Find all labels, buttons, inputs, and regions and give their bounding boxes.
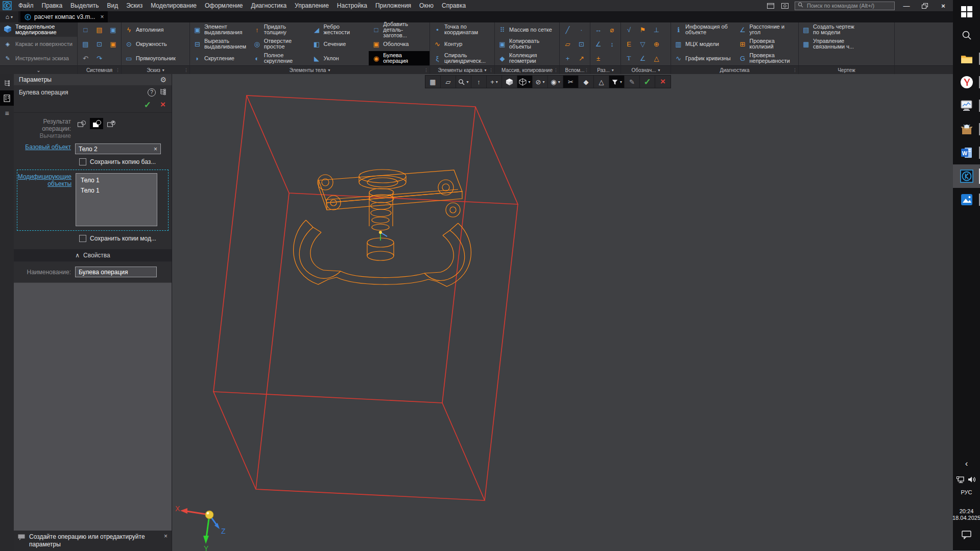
group-handle-icon[interactable]: ⋮: [793, 67, 797, 73]
contour-button[interactable]: ∿Контур: [430, 37, 494, 51]
system-monitor-button[interactable]: [953, 94, 980, 117]
base-object-link[interactable]: Базовый объект: [25, 143, 71, 151]
save-button[interactable]: ▣: [107, 23, 119, 36]
simple-hole-button[interactable]: ◎Отверстие простое: [250, 37, 309, 51]
shell-button[interactable]: ▣Оболочка: [369, 37, 429, 51]
redo-button[interactable]: ↷: [93, 52, 106, 64]
mass-properties-button[interactable]: ▥МЦХ модели: [671, 37, 735, 51]
leader-button[interactable]: ⚑: [637, 23, 649, 36]
minimize-button[interactable]: —: [900, 1, 913, 11]
mode-sketch-tools[interactable]: ✎ Инструменты эскиза: [0, 51, 77, 65]
orientation-button[interactable]: ↑: [471, 76, 487, 88]
accept-button[interactable]: ✓: [640, 76, 655, 88]
menu-diagnostics[interactable]: Диагностика: [247, 2, 291, 9]
properties-section-header[interactable]: ∧ Свойства: [14, 249, 172, 261]
appearance-button[interactable]: ◆: [579, 76, 594, 88]
confirm-operation-icon[interactable]: ✓: [144, 100, 151, 110]
autoline-button[interactable]: ϟАвтолиния: [122, 22, 189, 37]
angular-dimension-button[interactable]: ∠: [592, 38, 605, 50]
collision-check-button[interactable]: ⊞Проверка коллизий: [735, 37, 799, 51]
continuity-check-button[interactable]: GПроверка непрерывности: [735, 51, 799, 65]
abort-button[interactable]: ×: [655, 76, 671, 88]
zoom-button[interactable]: ▾: [456, 76, 471, 88]
chevron-down-icon[interactable]: ▾: [162, 68, 164, 73]
save-as-button[interactable]: ▣: [107, 38, 119, 50]
clear-field-icon[interactable]: ×: [154, 146, 157, 153]
open-document-button[interactable]: ▤: [93, 23, 106, 36]
document-tab[interactable]: расчет компас v3.m... ×: [20, 11, 108, 22]
hidden-lines-button[interactable]: ⊘▾: [533, 76, 548, 88]
aux-plane-button[interactable]: ▱: [562, 38, 574, 50]
measure-button[interactable]: △: [594, 76, 609, 88]
cut-extrude-button[interactable]: ⊟Вырезать выдавливанием: [190, 37, 250, 51]
collapse-ribbon-icon[interactable]: ⌄: [36, 67, 40, 73]
chevron-down-icon[interactable]: ▾: [328, 68, 330, 73]
new-document-button[interactable]: □: [80, 23, 92, 36]
print-button[interactable]: ▤: [80, 38, 92, 50]
system-menu-button[interactable]: ⌂ ▾: [0, 11, 18, 22]
boxed-app-button[interactable]: [953, 117, 980, 141]
chevron-down-icon[interactable]: ▾: [612, 68, 614, 73]
notification-center-button[interactable]: [962, 531, 971, 541]
boolean-intersect-icon[interactable]: [105, 118, 118, 129]
create-drawing-button[interactable]: ▤Создать чертеж по модели: [799, 22, 894, 37]
panel-menu-icon[interactable]: ≡: [0, 106, 14, 121]
wireframe-view-button[interactable]: ▾: [517, 76, 533, 88]
menu-modeling[interactable]: Моделирование: [147, 2, 201, 9]
fillet-button[interactable]: ◗Скругление: [190, 51, 250, 65]
add-part-stock-button[interactable]: □Добавить деталь-заготов...: [369, 22, 429, 37]
menu-help[interactable]: Справка: [438, 2, 470, 9]
picker-button[interactable]: ✎: [625, 76, 640, 88]
file-explorer-button[interactable]: [953, 47, 980, 70]
modifying-objects-link[interactable]: Модифицирующие объекты: [18, 173, 71, 187]
manage-linked-drawings-button[interactable]: ▦Управление связанными ч...: [799, 37, 894, 51]
rectangle-button[interactable]: ▭Прямоугольник: [122, 51, 189, 65]
angle-note-button[interactable]: ∠: [637, 52, 649, 64]
datum-button[interactable]: ⊥: [651, 23, 663, 36]
position-button[interactable]: ⊕: [651, 38, 663, 50]
rib-button[interactable]: ◢Ребро жесткости: [309, 22, 369, 37]
aux-point-button[interactable]: ∙: [576, 23, 588, 36]
filter-button[interactable]: ▾: [609, 76, 625, 88]
parameters-panel-icon[interactable]: [0, 90, 14, 106]
menu-settings[interactable]: Настройка: [333, 2, 371, 9]
group-handle-icon[interactable]: ⋮: [584, 67, 589, 73]
group-handle-icon[interactable]: ⋮: [554, 67, 558, 73]
curvature-graph-button[interactable]: ∿График кривизны: [671, 51, 735, 65]
kompas-logo-icon[interactable]: [0, 0, 14, 11]
cancel-operation-icon[interactable]: ×: [160, 100, 165, 110]
vertical-dimension-button[interactable]: ↕: [606, 38, 618, 50]
tolerance-frame-button[interactable]: E: [623, 38, 635, 50]
search-input[interactable]: [806, 2, 892, 9]
undo-button[interactable]: ↶: [80, 52, 92, 64]
command-search[interactable]: [795, 2, 895, 10]
base-object-field[interactable]: Тело 2 ×: [75, 143, 161, 154]
geometry-collection-button[interactable]: ◆Коллекция геометрии: [495, 51, 559, 65]
text-button[interactable]: T: [623, 52, 635, 64]
mark-button[interactable]: ▽: [637, 38, 649, 50]
operation-name-field[interactable]: Булева операция: [75, 267, 157, 277]
viewport-3d[interactable]: X Y Z ▦ ▱ ▾ ↑ +▾ ▾: [172, 74, 953, 551]
menu-file[interactable]: Файл: [14, 2, 38, 9]
hidden-icons-chevron[interactable]: ‹: [965, 459, 968, 469]
close-message-icon[interactable]: ×: [164, 533, 168, 540]
word-button[interactable]: W: [953, 141, 980, 164]
grid-array-button[interactable]: ⠿Массив по сетке: [495, 22, 559, 37]
triangle-note-button[interactable]: △: [651, 52, 663, 64]
clip-view-button[interactable]: ✂: [563, 76, 579, 88]
taskbar-search-button[interactable]: [953, 23, 980, 47]
restore-button[interactable]: [918, 1, 931, 11]
gear-icon[interactable]: ⚙: [160, 76, 166, 84]
kompas-taskbar-button[interactable]: [953, 164, 980, 188]
menu-management[interactable]: Управление: [291, 2, 333, 9]
keep-base-copy-checkbox[interactable]: [79, 158, 86, 165]
circle-button[interactable]: ⊙Окружность: [122, 37, 189, 51]
help-icon[interactable]: ?: [148, 88, 156, 97]
clock[interactable]: 20:24 18.04.2025: [952, 508, 980, 521]
display-sections-button[interactable]: ◉▾: [548, 76, 563, 88]
aux-csys-button[interactable]: +: [562, 52, 574, 64]
tree-structure-icon[interactable]: [160, 88, 166, 97]
close-button[interactable]: ×: [937, 1, 950, 11]
preview-button[interactable]: ⊡: [93, 38, 106, 50]
yandex-browser-button[interactable]: [953, 70, 980, 94]
